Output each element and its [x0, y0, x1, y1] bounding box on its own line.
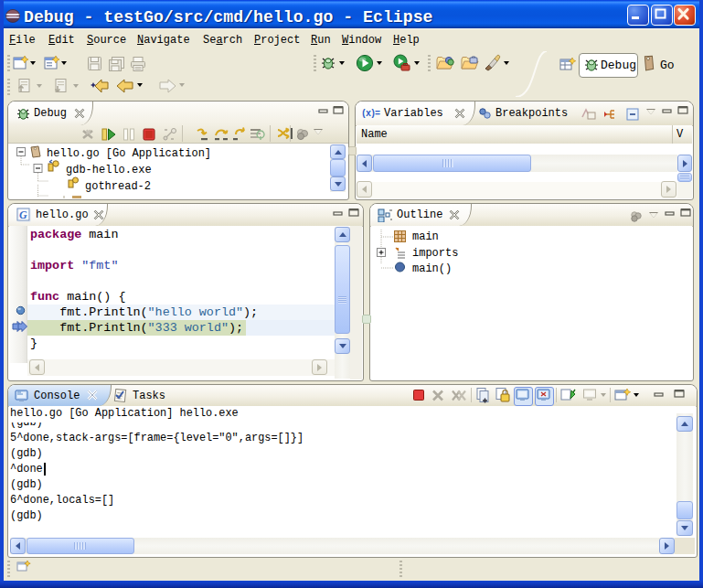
svg-text:gdb-hello.exe: gdb-hello.exe [66, 164, 152, 176]
svg-text:hello.go [Go Application]: hello.go [Go Application] [47, 147, 211, 160]
svg-text:imports: imports [412, 247, 458, 260]
svg-text:main: main [412, 230, 439, 243]
svg-text:gothread-2: gothread-2 [85, 180, 151, 193]
svg-text:main(): main() [412, 262, 452, 275]
svg-text:G: G [19, 208, 27, 221]
